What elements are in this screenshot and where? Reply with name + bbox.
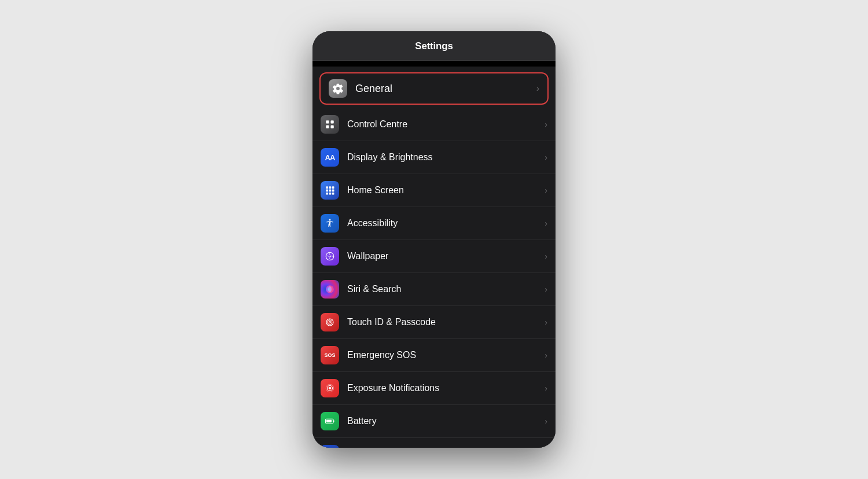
- emergency-sos-chevron: ›: [545, 351, 547, 360]
- display-brightness-chevron: ›: [545, 153, 547, 162]
- accessibility-label: Accessibility: [347, 218, 545, 229]
- display-brightness-label: Display & Brightness: [347, 152, 545, 163]
- accessibility-chevron: ›: [545, 219, 547, 228]
- accessibility-icon: [321, 214, 339, 233]
- home-screen-icon: [321, 181, 339, 200]
- settings-item-siri-search[interactable]: Siri & Search›: [312, 273, 556, 306]
- control-centre-label: Control Centre: [347, 119, 545, 130]
- battery-chevron: ›: [545, 417, 547, 426]
- svg-rect-4: [326, 186, 328, 189]
- svg-rect-11: [329, 193, 332, 195]
- control-centre-chevron: ›: [545, 120, 547, 129]
- svg-point-19: [329, 322, 331, 323]
- siri-search-label: Siri & Search: [347, 284, 545, 294]
- emergency-sos-icon: SOS: [321, 346, 339, 364]
- svg-rect-10: [326, 193, 328, 195]
- emergency-sos-label: Emergency SOS: [347, 350, 545, 360]
- wallpaper-label: Wallpaper: [347, 251, 545, 261]
- svg-rect-6: [332, 186, 334, 189]
- svg-rect-26: [326, 420, 332, 423]
- settings-item-home-screen[interactable]: Home Screen›: [312, 174, 556, 207]
- settings-item-privacy[interactable]: Privacy›: [312, 438, 556, 448]
- svg-point-13: [329, 219, 331, 221]
- home-screen-chevron: ›: [545, 186, 547, 195]
- general-chevron: ›: [536, 83, 539, 94]
- gear-icon: [332, 83, 344, 94]
- settings-item-emergency-sos[interactable]: SOSEmergency SOS›: [312, 339, 556, 372]
- privacy-icon: [321, 445, 339, 448]
- settings-item-touch-id-passcode[interactable]: Touch ID & Passcode›: [312, 306, 556, 339]
- general-row[interactable]: General ›: [319, 72, 549, 105]
- settings-item-exposure-notifications[interactable]: Exposure Notifications›: [312, 372, 556, 405]
- touch-id-passcode-label: Touch ID & Passcode: [347, 317, 545, 327]
- touch-id-passcode-icon: [321, 313, 339, 331]
- svg-rect-5: [329, 186, 332, 189]
- page-title: Settings: [415, 40, 453, 51]
- title-bar: Settings: [312, 31, 556, 61]
- svg-rect-25: [333, 421, 334, 422]
- svg-rect-9: [332, 190, 334, 192]
- exposure-notifications-icon: [321, 379, 339, 397]
- settings-item-display-brightness[interactable]: AADisplay & Brightness›: [312, 141, 556, 174]
- settings-item-wallpaper[interactable]: Wallpaper›: [312, 240, 556, 273]
- svg-point-18: [328, 320, 332, 325]
- display-brightness-icon: AA: [321, 148, 339, 167]
- svg-point-21: [329, 387, 332, 390]
- device-frame: Settings General › Control Centre›AADisp…: [312, 31, 556, 448]
- battery-icon: [321, 412, 339, 430]
- exposure-notifications-chevron: ›: [545, 384, 547, 393]
- svg-rect-0: [326, 120, 329, 123]
- exposure-notifications-label: Exposure Notifications: [347, 383, 545, 393]
- svg-rect-8: [329, 190, 332, 192]
- siri-search-chevron: ›: [545, 285, 547, 294]
- battery-label: Battery: [347, 416, 545, 426]
- svg-point-16: [328, 286, 332, 293]
- svg-rect-12: [332, 193, 334, 195]
- siri-search-icon: [321, 280, 339, 299]
- svg-rect-2: [326, 126, 329, 128]
- wallpaper-chevron: ›: [545, 252, 547, 261]
- general-icon: [329, 79, 347, 98]
- svg-rect-7: [326, 190, 328, 192]
- home-screen-label: Home Screen: [347, 185, 545, 196]
- svg-rect-3: [331, 126, 334, 128]
- touch-id-passcode-chevron: ›: [545, 318, 547, 327]
- settings-list[interactable]: Control Centre›AADisplay & Brightness›Ho…: [312, 108, 556, 448]
- settings-item-accessibility[interactable]: Accessibility›: [312, 207, 556, 240]
- settings-item-control-centre[interactable]: Control Centre›: [312, 108, 556, 141]
- svg-rect-1: [331, 120, 334, 123]
- dark-spacer: [312, 61, 556, 67]
- control-centre-icon: [321, 115, 339, 134]
- wallpaper-icon: [321, 247, 339, 266]
- general-label: General: [355, 83, 536, 95]
- settings-item-battery[interactable]: Battery›: [312, 405, 556, 438]
